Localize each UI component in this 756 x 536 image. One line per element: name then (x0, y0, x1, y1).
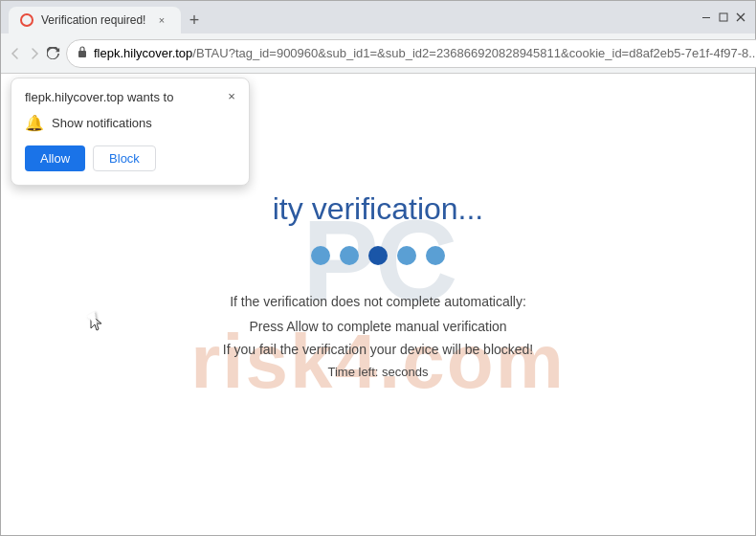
dot-2 (340, 246, 359, 265)
popup-site-text: flepk.hilycover.top wants to (25, 90, 235, 104)
tab-favicon (20, 13, 33, 27)
url-path: /BTAU?tag_id=900960&sub_id1=&sub_id2=236… (192, 46, 756, 60)
permission-text: Show notifications (52, 116, 152, 130)
minimize-button[interactable] (700, 11, 713, 24)
title-bar: Verification required! × + (1, 1, 755, 34)
timer-text: Time left: seconds (223, 365, 534, 379)
block-button[interactable]: Block (93, 145, 156, 171)
address-bar: flepk.hilycover.top/BTAU?tag_id=900960&s… (1, 34, 755, 74)
svg-rect-0 (702, 17, 710, 18)
dot-3 (368, 246, 388, 265)
verification-title: ity verification... (223, 191, 534, 227)
back-button[interactable] (9, 40, 22, 67)
page-main: ity verification... If the verification … (223, 191, 534, 379)
instruction-text: If the verification does not complete au… (223, 294, 534, 309)
svg-rect-4 (78, 51, 86, 57)
lock-icon (77, 45, 88, 61)
press-allow-text: Press Allow to complete manual verificat… (223, 319, 534, 334)
tab-title: Verification required! (41, 13, 146, 27)
popup-buttons: Allow Block (25, 145, 235, 171)
active-tab[interactable]: Verification required! × (9, 7, 181, 34)
popup-close-button[interactable]: × (222, 86, 241, 105)
close-window-button[interactable] (734, 11, 747, 24)
permission-popup: × flepk.hilycover.top wants to 🔔 Show no… (11, 78, 250, 186)
tab-close-button[interactable]: × (154, 12, 169, 28)
dot-1 (311, 246, 330, 265)
browser-window: Verification required! × + (0, 0, 756, 536)
forward-button[interactable] (28, 40, 41, 67)
new-tab-button[interactable]: + (181, 7, 208, 34)
progress-dots (223, 246, 534, 265)
content-area: PC risk4.com ity verification... If the … (1, 74, 755, 535)
verification-title-text: ity verification... (273, 191, 484, 226)
allow-button[interactable]: Allow (25, 145, 85, 171)
warning-text: If you fail the verification your device… (223, 342, 534, 357)
bell-icon: 🔔 (25, 114, 44, 132)
url-domain: flepk.hilycover.top (94, 46, 192, 60)
refresh-button[interactable] (47, 40, 60, 67)
tab-bar: Verification required! × + (9, 1, 692, 34)
url-bar[interactable]: flepk.hilycover.top/BTAU?tag_id=900960&s… (66, 39, 756, 68)
dot-5 (426, 246, 445, 265)
maximize-button[interactable] (717, 11, 730, 24)
dot-4 (397, 246, 416, 265)
popup-permission-row: 🔔 Show notifications (25, 114, 235, 132)
url-text: flepk.hilycover.top/BTAU?tag_id=900960&s… (94, 46, 756, 60)
window-controls (700, 11, 747, 24)
svg-rect-1 (720, 13, 727, 21)
